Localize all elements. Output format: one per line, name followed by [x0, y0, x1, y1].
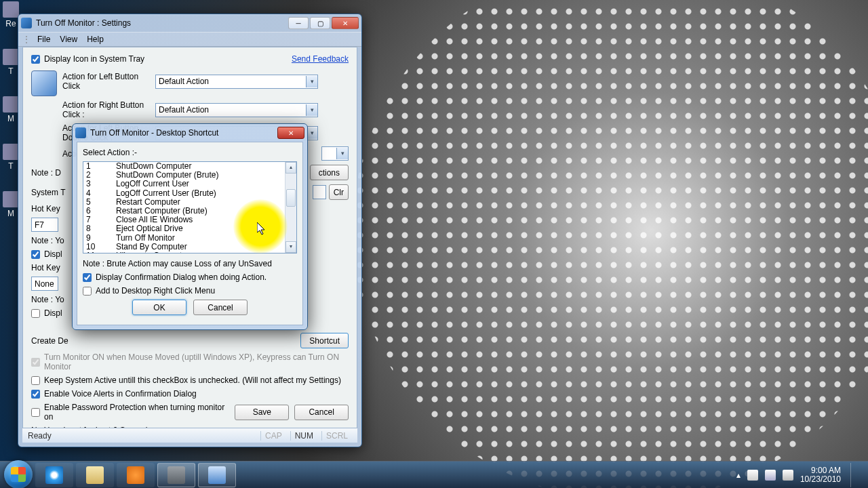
minimize-button[interactable]: ─	[288, 17, 309, 29]
create-d-label: Create De	[31, 336, 68, 346]
explorer-icon	[86, 466, 104, 484]
actions-button[interactable]: ctions	[310, 165, 349, 180]
note-d: Note : D	[31, 168, 61, 178]
taskbar-app1[interactable]	[157, 463, 195, 487]
tray-action-center-icon[interactable]	[747, 470, 758, 481]
cancel-button[interactable]: Cancel	[294, 405, 349, 420]
status-num: NUM	[290, 431, 317, 441]
chevron-down-icon: ▾	[336, 148, 348, 159]
hotkey-label: Hot Key	[31, 204, 60, 214]
ok-button[interactable]: OK	[132, 300, 186, 315]
password-checkbox[interactable]: Enable Password Protection when turning …	[31, 403, 235, 422]
left-click-select[interactable]: Default Action▾	[155, 75, 318, 89]
start-button[interactable]	[4, 460, 33, 489]
partial-select[interactable]: ▾	[321, 146, 349, 161]
display-tray-checkbox[interactable]: Display Icon in System Tray	[31, 54, 144, 64]
display-partial-checkbox2[interactable]: Displ	[31, 308, 62, 318]
tray-network-icon[interactable]	[765, 470, 776, 481]
note-brute: Note : Brute Action may cause Loss of an…	[83, 259, 272, 268]
mouse-moved-checkbox[interactable]: Turn Monitor ON when Mouse Moved (uptill…	[31, 352, 349, 371]
save-button[interactable]: Save	[235, 405, 289, 420]
system-tray: ▴ 9:00 AM 10/23/2010	[736, 463, 864, 487]
confirm-dialog-checkbox[interactable]: Display Confirmation Dialog when doing A…	[83, 272, 267, 282]
list-item[interactable]: 8Eject Optical Drive	[83, 224, 285, 233]
taskbar-clock[interactable]: 9:00 AM 10/23/2010	[800, 466, 841, 484]
list-item[interactable]: 9Turn Off Monitor	[83, 234, 285, 243]
status-cap: CAP	[260, 431, 286, 441]
shortcut-button[interactable]: Shortcut	[300, 333, 349, 348]
dialog-cancel-button[interactable]: Cancel	[193, 300, 248, 315]
app1-icon	[167, 466, 185, 484]
rightclick-menu-checkbox[interactable]: Add to Desktop Right Click Menu	[83, 286, 215, 296]
hotkey-field[interactable]	[31, 218, 58, 232]
show-desktop-button[interactable]	[850, 463, 860, 487]
maximize-button[interactable]: ▢	[310, 17, 330, 29]
scroll-down-button[interactable]: ▾	[285, 241, 296, 253]
list-item[interactable]: 7Close All IE Windows	[83, 216, 285, 224]
app2-icon	[208, 466, 226, 484]
taskbar-wmp[interactable]	[117, 463, 155, 487]
list-item[interactable]: 4LogOff Current User (Brute)	[83, 189, 285, 198]
tray-volume-icon[interactable]	[783, 470, 793, 481]
keep-active-checkbox[interactable]: Keep System Active untill this checkBox …	[31, 375, 341, 385]
menu-view[interactable]: View	[60, 35, 77, 44]
statusbar: Ready CAP NUM SCRL	[22, 428, 357, 443]
menu-help[interactable]: Help	[87, 35, 104, 44]
taskbar-app2[interactable]	[198, 463, 236, 487]
ie-icon	[45, 466, 63, 484]
chevron-down-icon: ▾	[306, 104, 317, 116]
send-feedback-link[interactable]: Send Feedback	[292, 54, 349, 64]
app-icon	[21, 18, 32, 28]
window-title: Turn Off Monitor : Settings	[36, 18, 288, 28]
monitor-icon	[31, 70, 57, 96]
system-t-label: System T	[31, 188, 65, 197]
taskbar: ▴ 9:00 AM 10/23/2010	[0, 461, 868, 488]
action-listbox[interactable]: 1ShutDown Computer2ShutDown Computer (Br…	[83, 161, 297, 253]
dialog-close-button[interactable]: ✕	[277, 127, 304, 139]
close-button[interactable]: ✕	[332, 17, 359, 29]
select-action-label: Select Action :-	[83, 148, 137, 157]
list-item[interactable]: 3LogOff Current User	[83, 180, 285, 188]
status-ready: Ready	[28, 431, 52, 441]
scroll-up-button[interactable]: ▴	[285, 162, 296, 174]
shortcut-dialog: Turn Off Monitor - Desktop Shortcut ✕ Se…	[72, 123, 308, 330]
voice-alerts-checkbox[interactable]: Enable Voice Alerts in Confirmation Dial…	[31, 389, 197, 399]
chevron-down-icon: ▾	[306, 76, 317, 87]
dialog-title: Turn Off Monitor - Desktop Shortcut	[90, 128, 277, 138]
note-yo: Note : Yo	[31, 236, 64, 245]
menubar: ⋮ File View Help	[18, 32, 361, 47]
dialog-titlebar[interactable]: Turn Off Monitor - Desktop Shortcut ✕	[73, 124, 307, 142]
hotkey2-field[interactable]	[31, 277, 58, 291]
menu-file[interactable]: File	[37, 35, 50, 44]
taskbar-explorer[interactable]	[76, 463, 114, 487]
wmp-icon	[127, 466, 144, 484]
scroll-thumb[interactable]	[286, 189, 296, 207]
dialog-icon	[75, 127, 86, 138]
taskbar-ie[interactable]	[35, 463, 73, 487]
display-partial-checkbox[interactable]: Displ	[31, 249, 62, 259]
dialog-client: Select Action :- 1ShutDown Computer2Shut…	[77, 142, 303, 325]
right-click-label: Action for Right Button Click :	[62, 100, 155, 119]
status-scrl: SCRL	[321, 431, 352, 441]
hotkey2-label: Hot Key	[31, 263, 60, 272]
small-field[interactable]	[313, 185, 326, 199]
note-yo2: Note : Yo	[31, 295, 64, 304]
left-click-label: Action for Left Button Click	[62, 72, 155, 91]
clr-button[interactable]: Clr	[329, 184, 349, 200]
list-item[interactable]: 11Hibernate Computer	[83, 251, 285, 253]
tray-chevron-icon[interactable]: ▴	[736, 470, 741, 480]
right-click-select[interactable]: Default Action▾	[155, 103, 318, 117]
titlebar[interactable]: Turn Off Monitor : Settings ─ ▢ ✕	[18, 14, 361, 32]
cursor-arrow-icon	[257, 222, 268, 236]
scrollbar[interactable]: ▴ ▾	[285, 162, 296, 253]
